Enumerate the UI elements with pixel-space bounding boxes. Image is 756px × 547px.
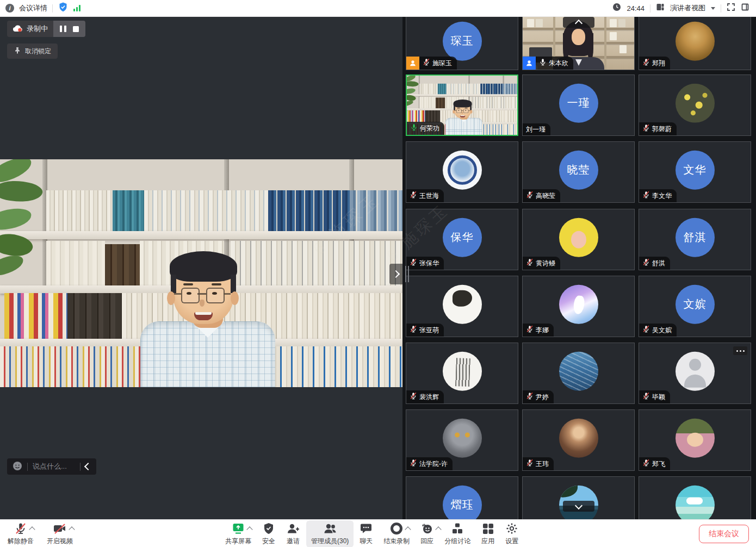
chevron-down-icon[interactable] [711,7,715,10]
shield-check-icon[interactable] [58,2,69,15]
toolbar-label: 应用 [481,537,494,546]
chevron-up-icon[interactable] [246,526,252,532]
participant-tile-高晓莹[interactable]: 晓莹高晓莹 [522,141,635,203]
camera-off-icon [53,522,67,536]
more-options-button[interactable] [733,346,747,355]
avatar: 晓莹 [559,150,598,189]
avatar [443,150,482,189]
quick-chat-bar[interactable]: 说点什么... [7,458,96,475]
participants-grid: 琛玉施琛玉 朱本欣郑翔 [402,16,756,519]
participant-tile-何荣功[interactable]: 6 施琛玉 何荣功 [406,74,518,136]
top-bar: i 会议详情 24:44 演讲者视图 [0,0,756,17]
view-mode-selector[interactable]: 演讲者视图 [670,3,705,13]
participant-label: 郭磬蔚 [639,122,677,135]
toolbar-stop-record-button[interactable]: 结束录制 [383,522,410,546]
toolbar-members-button[interactable]: 管理成员(30) [306,520,354,547]
participant-tile-22[interactable] [522,476,635,519]
share-screen-icon [232,522,245,536]
toolbar-share-screen-button[interactable]: 共享屏幕 [225,522,251,546]
participant-tile-李娜[interactable]: 李娜 [522,276,635,337]
meeting-info-icon[interactable]: i [5,4,14,13]
participant-name: 裴洪辉 [419,393,439,401]
view-layout-icon[interactable] [656,3,665,14]
avatar-initials: 琛玉 [451,34,474,48]
collapse-chat-icon[interactable] [84,463,92,470]
participant-tile-李文华[interactable]: 文华李文华 [639,141,751,203]
toolbar-chat-button[interactable]: 聊天 [360,522,373,546]
pause-recording-button[interactable] [60,26,66,32]
participant-label: 尹婷 [523,390,554,403]
participant-tile-毕颖[interactable]: 毕颖 [639,343,751,404]
chevron-up-icon[interactable] [29,526,35,532]
participant-tile-23[interactable] [639,476,751,519]
toolbar-apps-button[interactable]: 应用 [481,522,494,546]
participant-tile-舒淇[interactable]: 舒淇舒淇 [639,209,751,270]
participant-tile-张保华[interactable]: 保华张保华 [406,209,518,270]
toolbar-breakout-button[interactable]: 分组讨论 [444,522,470,546]
chat-input-placeholder[interactable]: 说点什么... [33,462,75,471]
participant-tile-郑飞[interactable]: 郑飞 [639,409,751,471]
toolbar-reaction-button[interactable]: 回应 [420,522,433,546]
avatar [676,83,715,122]
end-meeting-button[interactable]: 结束会议 [699,525,749,543]
toolbar-shield-button[interactable]: 安全 [262,522,275,546]
participant-tile-裴洪辉[interactable]: 裴洪辉 [406,343,518,404]
avatar: 舒淇 [676,217,715,257]
name-tag: 尹婷 [523,390,554,403]
name-tag: 何荣功 [407,122,444,135]
clock-icon [612,3,621,14]
emoji-smiley-icon[interactable] [13,461,22,473]
mic-muted-icon [642,258,650,268]
member-badge-icon [523,57,536,70]
window-mode-icon[interactable] [741,3,749,14]
meeting-details-label[interactable]: 会议详情 [19,3,47,13]
name-tag: 郑飞 [639,457,670,470]
participant-tile-吴文嫔[interactable]: 文嫔吴文嫔 [639,276,751,337]
participant-label: 王玮 [523,457,554,470]
toolbar-mic-muted-button[interactable]: 解除静音 [8,522,34,546]
participant-label: 王世海 [406,189,444,202]
avatar: 一瑾 [559,83,598,122]
unpin-button[interactable]: 取消锁定 [7,43,58,59]
participant-name: 郑翔 [652,59,665,67]
name-tag: 朱本欣 [523,57,573,70]
mic-muted-icon [410,191,417,201]
participant-tile-尹婷[interactable]: 尹婷 [522,343,635,404]
collapse-tile-button[interactable] [563,17,594,28]
toolbar-camera-off-button[interactable]: 开启视频 [47,522,73,546]
participant-tile-郭磬蔚[interactable]: 郭磬蔚 [639,74,751,136]
participant-tile-熠珏[interactable]: 熠珏 [406,476,518,519]
avatar [443,351,482,390]
participant-tile-王世海[interactable]: 王世海 [406,141,518,203]
participant-tile-施琛玉[interactable]: 琛玉施琛玉 [406,16,518,70]
host-badge-icon [406,57,419,70]
expand-tile-button[interactable] [563,501,594,512]
mic-muted-icon [410,392,417,402]
settings-icon [505,522,518,536]
chevron-up-icon[interactable] [69,526,75,532]
network-signal-icon[interactable] [73,5,80,11]
toolbar-label: 邀请 [287,537,300,546]
name-tag: 李娜 [523,324,554,337]
name-tag: 郭磬蔚 [639,122,677,135]
expand-panel-button[interactable] [389,264,402,284]
stop-recording-button[interactable] [73,26,79,32]
avatar [559,351,598,390]
participant-tile-王玮[interactable]: 王玮 [522,409,635,471]
participant-tile-朱本欣[interactable]: 朱本欣 [522,16,635,70]
chevron-up-icon[interactable] [405,526,411,532]
toolbar-settings-button[interactable]: 设置 [505,522,518,546]
participant-tile-刘一瑾[interactable]: 一瑾刘一瑾 [522,74,635,136]
participant-tile-黄诗鳗[interactable]: 黄诗鳗 [522,209,635,270]
participant-name: 舒淇 [652,259,665,268]
panel-drag-handle[interactable] [408,266,409,282]
participant-tile-郑翔[interactable]: 郑翔 [639,16,751,70]
avatar [676,21,715,60]
participant-tile-张亚萌[interactable]: 张亚萌 [406,276,518,337]
chevron-up-icon[interactable] [436,526,442,532]
participant-label: 裴洪辉 [406,390,444,403]
fullscreen-icon[interactable] [727,3,735,14]
participant-tile-法学院-许[interactable]: 法学院-许 [406,409,518,471]
panel-drag-handle[interactable] [405,266,406,282]
toolbar-invite-button[interactable]: 邀请 [286,522,300,546]
